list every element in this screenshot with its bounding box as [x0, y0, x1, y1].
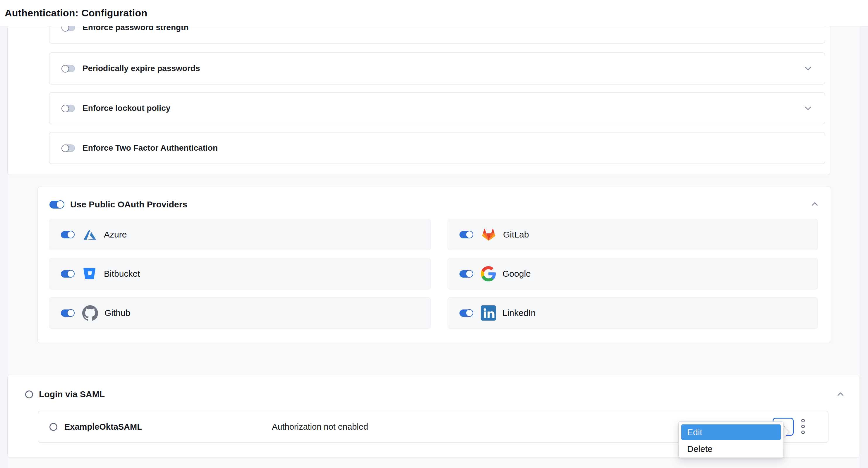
provider-tile-github: Github	[49, 297, 431, 329]
setting-row-two-factor: Enforce Two Factor Authentication	[49, 132, 825, 164]
toggle-knob	[61, 105, 69, 112]
two-factor-toggle[interactable]	[62, 144, 75, 152]
bitbucket-icon	[82, 266, 97, 281]
scrollbar-gutter[interactable]	[860, 26, 868, 468]
setting-row-expire-passwords: Periodically expire passwords	[49, 53, 825, 85]
azure-toggle[interactable]	[61, 231, 74, 238]
provider-tile-bitbucket: Bitbucket	[49, 258, 431, 290]
gitlab-icon	[481, 227, 497, 242]
bitbucket-toggle[interactable]	[61, 270, 74, 277]
toggle-knob	[466, 309, 473, 317]
authentication-configuration-page: Enforce password strength Periodically e…	[0, 0, 868, 468]
toggle-knob	[67, 231, 74, 238]
setting-label: Periodically expire passwords	[83, 64, 200, 73]
menu-item-delete[interactable]: Delete	[681, 442, 781, 456]
context-menu: Edit Delete	[678, 422, 784, 458]
expire-passwords-toggle[interactable]	[62, 65, 75, 72]
chevron-up-icon[interactable]	[836, 389, 845, 399]
menu-item-edit[interactable]: Edit	[681, 425, 781, 440]
setting-label: Enforce Two Factor Authentication	[83, 143, 218, 153]
toggle-knob	[67, 309, 74, 317]
kebab-menu-icon[interactable]	[801, 418, 805, 436]
google-toggle[interactable]	[460, 270, 473, 277]
provider-name: Bitbucket	[104, 269, 140, 279]
azure-icon	[82, 227, 97, 242]
google-icon	[481, 266, 496, 281]
saml-radio[interactable]	[25, 391, 33, 398]
provider-name: Github	[104, 308, 130, 318]
linkedin-icon	[481, 305, 496, 321]
linkedin-toggle[interactable]	[460, 309, 473, 317]
provider-name: LinkedIn	[502, 308, 535, 318]
toggle-knob	[67, 270, 74, 277]
setting-row-lockout-policy: Enforce lockout policy	[49, 92, 825, 124]
github-toggle[interactable]	[61, 309, 74, 317]
chevron-down-icon[interactable]	[803, 103, 813, 113]
provider-name: GitLab	[503, 230, 529, 240]
provider-tile-azure: Azure	[49, 219, 431, 250]
provider-name: Azure	[104, 230, 127, 240]
left-gutter	[0, 26, 7, 468]
page-header: Authentication: Configuration	[0, 0, 868, 26]
provider-name: Google	[502, 269, 531, 279]
password-settings-card: Enforce password strength Periodically e…	[7, 6, 830, 175]
page-title: Authentication: Configuration	[5, 7, 147, 19]
connection-radio[interactable]	[50, 423, 57, 431]
toggle-knob	[61, 65, 69, 72]
oauth-section-header: Use Public OAuth Providers	[50, 199, 187, 209]
provider-tile-linkedin: LinkedIn	[447, 297, 818, 329]
chevron-up-icon[interactable]	[810, 199, 820, 209]
gitlab-toggle[interactable]	[460, 231, 473, 238]
connection-name: ExampleOktaSAML	[64, 422, 142, 432]
oauth-providers-card: Use Public OAuth Providers Azure	[37, 187, 831, 343]
toggle-knob	[466, 231, 473, 238]
github-icon	[82, 305, 98, 321]
chevron-down-icon[interactable]	[803, 64, 813, 73]
provider-tile-gitlab: GitLab	[447, 219, 818, 250]
setting-label: Enforce lockout policy	[83, 104, 170, 113]
toggle-knob	[61, 144, 69, 152]
connection-status: Authorization not enabled	[272, 422, 368, 432]
use-oauth-toggle[interactable]	[50, 201, 64, 208]
toggle-knob	[56, 200, 64, 208]
saml-section-title: Login via SAML	[39, 389, 105, 399]
oauth-section-title: Use Public OAuth Providers	[70, 199, 187, 209]
provider-tile-google: Google	[447, 258, 818, 290]
lockout-policy-toggle[interactable]	[62, 105, 75, 112]
saml-section-header: Login via SAML	[25, 389, 105, 399]
toggle-knob	[466, 270, 473, 277]
